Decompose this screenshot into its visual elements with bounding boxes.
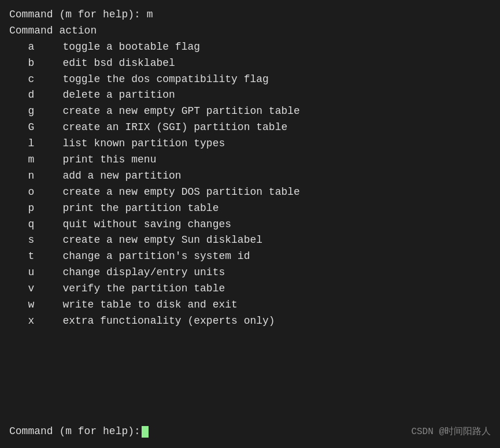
command-desc: write table to disk and exit — [44, 297, 238, 313]
command-row: a toggle a bootable flag — [9, 39, 491, 55]
command-key: n — [9, 168, 44, 184]
command-key: m — [9, 152, 44, 168]
command-desc: delete a partition — [44, 87, 175, 103]
bottom-prompt-text: Command (m for help): — [9, 424, 140, 440]
command-desc: add a new partition — [44, 168, 182, 184]
terminal-window: Command (m for help): m Command action a… — [0, 0, 500, 448]
command-row: u change display/entry units — [9, 265, 491, 281]
command-desc: create a new empty GPT partition table — [44, 103, 300, 120]
bottom-bar: Command (m for help): CSDN @时间阳路人 — [9, 424, 491, 440]
command-key: s — [9, 232, 44, 249]
command-key: v — [9, 281, 44, 297]
command-row: g create a new empty GPT partition table — [9, 103, 491, 120]
command-desc: toggle a bootable flag — [44, 39, 200, 55]
command-row: p print the partition table — [9, 201, 491, 217]
command-desc: list known partition types — [44, 136, 225, 152]
command-desc: change display/entry units — [44, 265, 225, 281]
command-desc: print this menu — [44, 152, 156, 168]
command-row: x extra functionality (experts only) — [9, 313, 491, 329]
command-desc: edit bsd disklabel — [44, 55, 175, 72]
command-key: g — [9, 103, 44, 120]
command-row: w write table to disk and exit — [9, 297, 491, 313]
command-desc: quit without saving changes — [44, 217, 231, 233]
command-key: q — [9, 217, 44, 233]
command-key: o — [9, 184, 44, 201]
command-row: G create an IRIX (SGI) partition table — [9, 120, 491, 136]
command-row: q quit without saving changes — [9, 217, 491, 233]
command-row: b edit bsd disklabel — [9, 55, 491, 72]
command-desc: verify the partition table — [44, 281, 225, 297]
command-desc: create a new empty DOS partition table — [44, 184, 300, 201]
prompt-line-2: Command action — [9, 23, 491, 39]
command-desc: toggle the dos compatibility flag — [44, 72, 269, 88]
command-desc: print the partition table — [44, 201, 218, 217]
command-desc: create a new empty Sun disklabel — [44, 232, 262, 249]
command-desc: change a partition's system id — [44, 249, 250, 265]
command-row: m print this menu — [9, 152, 491, 168]
command-row: d delete a partition — [9, 87, 491, 103]
command-key: p — [9, 201, 44, 217]
command-row: s create a new empty Sun disklabel — [9, 232, 491, 249]
prompt-line-1: Command (m for help): m — [9, 7, 491, 23]
command-key: c — [9, 72, 44, 88]
command-key: d — [9, 87, 44, 103]
prompt-text-1: Command (m for help): m — [9, 7, 153, 23]
command-key: b — [9, 55, 44, 72]
command-row: t change a partition's system id — [9, 249, 491, 265]
command-key: w — [9, 297, 44, 313]
command-key: a — [9, 39, 44, 55]
command-row: l list known partition types — [9, 136, 491, 152]
bottom-prompt: Command (m for help): — [9, 424, 149, 440]
command-key: t — [9, 249, 44, 265]
watermark-text: CSDN @时间阳路人 — [411, 425, 491, 439]
command-row: c toggle the dos compatibility flag — [9, 72, 491, 88]
commands-list: a toggle a bootable flag b edit bsd disk… — [9, 39, 491, 329]
command-key: G — [9, 120, 44, 136]
command-row: v verify the partition table — [9, 281, 491, 297]
command-row: n add a new partition — [9, 168, 491, 184]
command-row: o create a new empty DOS partition table — [9, 184, 491, 201]
command-desc: create an IRIX (SGI) partition table — [44, 120, 287, 136]
prompt-text-2: Command action — [9, 23, 97, 39]
cursor — [142, 426, 149, 438]
command-desc: extra functionality (experts only) — [44, 313, 275, 329]
command-key: l — [9, 136, 44, 152]
command-key: x — [9, 313, 44, 329]
command-key: u — [9, 265, 44, 281]
